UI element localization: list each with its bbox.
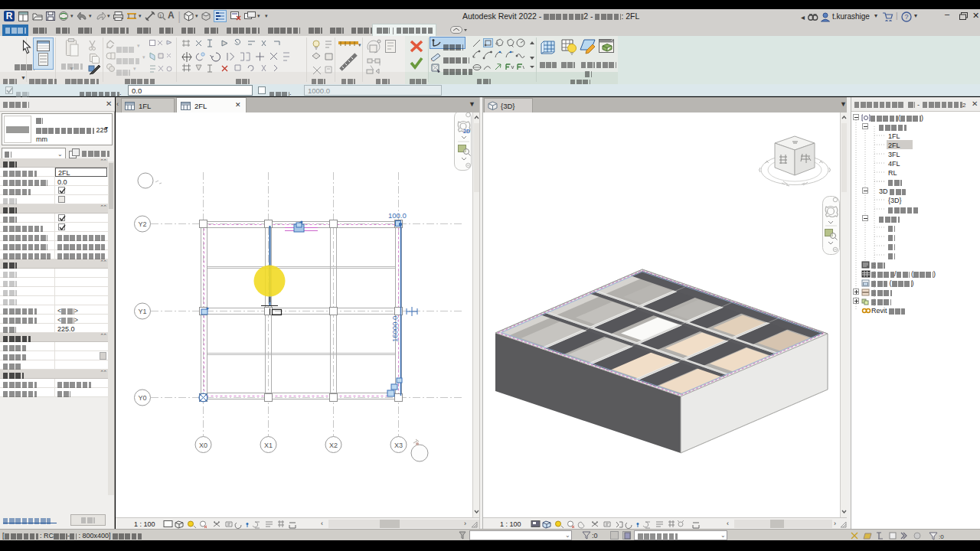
svg-text:Y2: Y2: [138, 220, 146, 228]
svg-text:Y0: Y0: [138, 394, 146, 402]
svg-text:2D: 2D: [463, 129, 470, 134]
svg-text:?: ?: [904, 13, 908, 21]
svg-text:100.0: 100.0: [388, 211, 407, 220]
svg-text::0: :0: [939, 533, 944, 540]
svg-text:X1: X1: [264, 442, 273, 449]
svg-text:X0: X0: [199, 442, 207, 449]
svg-text:Y1: Y1: [138, 308, 146, 315]
svg-text:X2: X2: [329, 442, 338, 449]
svg-text:16000.0: 16000.0: [390, 316, 399, 342]
svg-text:X3: X3: [394, 442, 403, 449]
